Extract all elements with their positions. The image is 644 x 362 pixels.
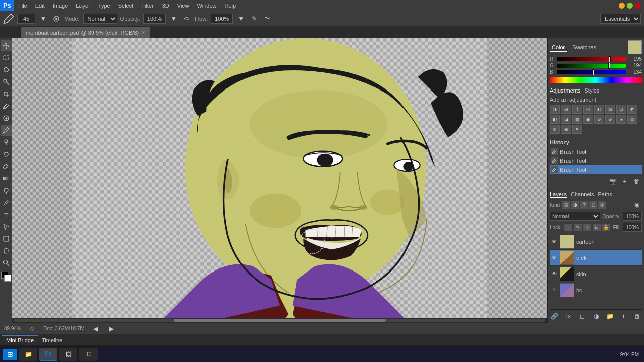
airbrush-toggle[interactable] bbox=[182, 14, 192, 24]
layer-skin[interactable]: 👁 skin bbox=[550, 266, 642, 282]
taskbar-photoshop[interactable]: Ps bbox=[39, 348, 57, 361]
document-tab[interactable]: membuat cartoon.psd @ 89.9% (efek, RGB/8… bbox=[20, 27, 150, 38]
quick-select-tool[interactable] bbox=[1, 76, 12, 87]
marquee-tool[interactable] bbox=[1, 52, 12, 63]
g-slider[interactable] bbox=[557, 64, 626, 68]
lock-artboard-btn[interactable]: ⊡ bbox=[593, 224, 601, 231]
filter-adj-btn[interactable]: ◑ bbox=[571, 201, 579, 209]
layer-opacity-input[interactable] bbox=[623, 212, 642, 221]
history-item-1[interactable]: Brush Tool bbox=[550, 147, 642, 156]
layer-adj-btn[interactable]: ◑ bbox=[592, 312, 601, 321]
adj-curves-btn[interactable]: ⌇ bbox=[572, 105, 582, 114]
adj-clip-btn[interactable]: ⊗ bbox=[550, 125, 560, 134]
layer-visibility-cartoon[interactable]: 👁 bbox=[551, 238, 558, 245]
layer-visibility-skin[interactable]: 👁 bbox=[551, 270, 558, 278]
adj-gradient-btn[interactable]: ⊜ bbox=[594, 115, 604, 124]
eyedropper-tool[interactable] bbox=[1, 101, 12, 112]
pen-tool[interactable] bbox=[1, 197, 12, 208]
lock-all-btn[interactable]: 🔒 bbox=[602, 224, 610, 231]
horizontal-scrollbar[interactable] bbox=[12, 318, 547, 323]
history-brush-tool[interactable] bbox=[1, 149, 12, 160]
timeline-tab[interactable]: Timeline bbox=[38, 335, 66, 344]
lock-pixels-btn[interactable]: ✎ bbox=[574, 224, 582, 231]
menu-3d[interactable]: 3D bbox=[158, 0, 173, 11]
adj-channelmix-btn[interactable]: ◧ bbox=[550, 115, 560, 124]
shape-tool[interactable] bbox=[1, 233, 12, 244]
layer-new-btn[interactable]: + bbox=[619, 312, 628, 321]
color-preview[interactable] bbox=[628, 40, 642, 54]
menu-window[interactable]: Window bbox=[193, 0, 220, 11]
workspace-select[interactable]: Essentials bbox=[600, 14, 641, 24]
crop-tool[interactable] bbox=[1, 88, 12, 100]
layer-efek[interactable]: 👁 efek bbox=[550, 250, 642, 266]
adj-more-btn[interactable]: ▤ bbox=[627, 115, 637, 124]
proof-btn[interactable]: ⬡ bbox=[27, 324, 37, 334]
brush-tool[interactable] bbox=[1, 125, 12, 136]
path-selection-tool[interactable] bbox=[1, 221, 12, 232]
nav-back-btn[interactable]: ◀ bbox=[91, 324, 101, 334]
layer-visibility-efek[interactable]: 👁 bbox=[551, 254, 558, 261]
layer-visibility-bc[interactable]: 👁 bbox=[551, 287, 558, 294]
hand-tool[interactable] bbox=[1, 245, 12, 256]
menu-file[interactable]: File bbox=[14, 0, 31, 11]
heal-tool[interactable] bbox=[1, 113, 12, 124]
lock-position-btn[interactable]: ✛ bbox=[583, 224, 591, 231]
maximize-button[interactable] bbox=[627, 3, 633, 9]
layer-link-btn[interactable]: 🔗 bbox=[550, 312, 559, 321]
adj-shadow-btn[interactable]: ◈ bbox=[616, 115, 626, 124]
history-item-2[interactable]: Brush Tool bbox=[550, 156, 642, 165]
r-slider[interactable] bbox=[557, 57, 626, 61]
menu-filter[interactable]: Filter bbox=[137, 0, 157, 11]
brush-picker-btn[interactable]: ▼ bbox=[38, 14, 48, 24]
b-slider[interactable] bbox=[557, 70, 626, 74]
taskbar-app3[interactable]: 🖼 bbox=[59, 348, 77, 361]
adj-photo-btn[interactable]: ◩ bbox=[627, 105, 637, 114]
history-item-3[interactable]: Brush Tool bbox=[550, 165, 642, 174]
filter-type-btn[interactable]: T bbox=[580, 201, 588, 209]
adj-eye-btn[interactable]: ◉ bbox=[561, 125, 571, 134]
layer-delete-btn[interactable]: 🗑 bbox=[633, 312, 642, 321]
clone-stamp-tool[interactable] bbox=[1, 137, 12, 148]
blend-mode-select[interactable]: Normal Multiply Screen Overlay bbox=[83, 14, 117, 24]
start-button[interactable]: ⊞ bbox=[3, 349, 17, 360]
foreground-color-swatch[interactable] bbox=[1, 272, 11, 282]
minimize-button[interactable] bbox=[619, 3, 625, 9]
layers-tab[interactable]: Layers bbox=[550, 191, 567, 198]
opacity-dropdown-btn[interactable]: ▼ bbox=[169, 14, 179, 24]
mini-bridge-tab[interactable]: Mini Bridge bbox=[2, 335, 38, 344]
filter-shape-btn[interactable]: ◻ bbox=[589, 201, 597, 209]
document-tab-close[interactable]: × bbox=[142, 30, 145, 35]
flow-dropdown-btn[interactable]: ▼ bbox=[236, 14, 246, 24]
paths-tab[interactable]: Paths bbox=[598, 191, 612, 198]
layer-bc[interactable]: 👁 bc bbox=[550, 282, 642, 298]
history-new-snapshot-btn[interactable]: 📷 bbox=[608, 176, 618, 187]
fill-input[interactable] bbox=[623, 223, 642, 232]
adj-threshold-btn[interactable]: ▣ bbox=[583, 115, 593, 124]
move-tool[interactable] bbox=[1, 40, 12, 51]
styles-tab[interactable]: Styles bbox=[585, 87, 600, 94]
adj-posterize-btn[interactable]: ▦ bbox=[572, 115, 582, 124]
layer-filter-toggle[interactable]: ◉ bbox=[632, 200, 642, 210]
menu-help[interactable]: Help bbox=[221, 0, 240, 11]
opacity-input[interactable] bbox=[143, 14, 166, 24]
close-button[interactable] bbox=[635, 3, 641, 9]
text-tool[interactable]: T bbox=[1, 209, 12, 220]
flow-input[interactable] bbox=[211, 14, 233, 24]
layer-cartoon[interactable]: 👁 cartoon bbox=[550, 234, 642, 250]
adj-brightness-btn[interactable]: ◑ bbox=[550, 105, 560, 114]
color-tab[interactable]: Color bbox=[550, 43, 567, 52]
menu-edit[interactable]: Edit bbox=[31, 0, 49, 11]
layer-group-btn[interactable]: 📁 bbox=[605, 312, 614, 321]
color-spectrum[interactable] bbox=[550, 77, 642, 83]
smoothing-btn[interactable]: 〜 bbox=[262, 14, 272, 24]
filter-smart-btn[interactable]: ◎ bbox=[598, 201, 606, 209]
history-delete-btn[interactable]: 🗑 bbox=[632, 176, 642, 187]
eraser-tool[interactable] bbox=[1, 161, 12, 172]
adj-vibrance-btn[interactable]: ◐ bbox=[594, 105, 604, 114]
nav-fwd-btn[interactable]: ▶ bbox=[107, 324, 117, 334]
stylus-pressure-btn[interactable]: ✎ bbox=[249, 14, 259, 24]
adj-exposure-btn[interactable]: ◎ bbox=[583, 105, 593, 114]
canvas-area[interactable] bbox=[12, 38, 547, 323]
adj-hsl-btn[interactable]: ⊠ bbox=[605, 105, 615, 114]
adj-invert-btn[interactable]: ◪ bbox=[561, 115, 571, 124]
